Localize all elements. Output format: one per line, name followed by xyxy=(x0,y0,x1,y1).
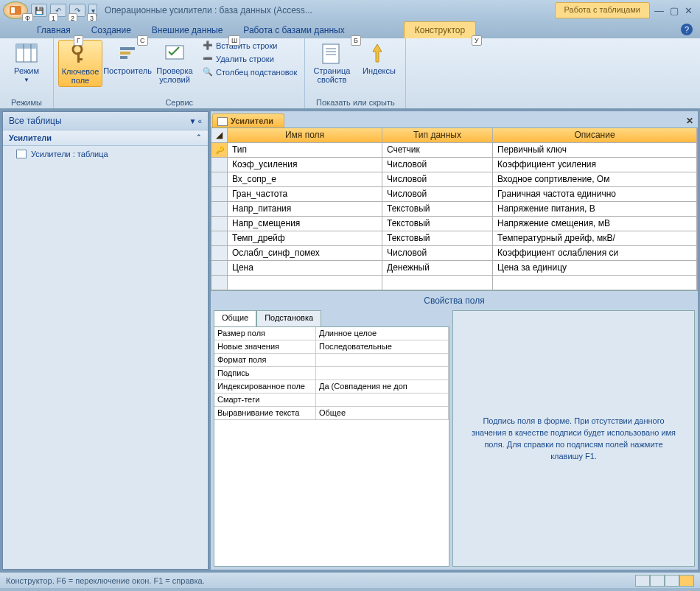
property-row[interactable]: Формат поля xyxy=(214,354,449,367)
doc-close-button[interactable]: ✕ xyxy=(682,114,698,127)
maximize-button[interactable]: ▢ xyxy=(670,5,679,16)
col-fieldname[interactable]: Имя поля xyxy=(228,128,382,143)
doc-tab[interactable]: Усилители xyxy=(212,113,284,127)
field-row[interactable]: Темп_дрейфТекстовыйТемпературный дрейф, … xyxy=(211,231,697,246)
property-row[interactable]: Подпись xyxy=(214,367,449,380)
tab-create[interactable]: Создание xyxy=(81,22,141,38)
description-cell[interactable]: Коэффициент усиления xyxy=(493,158,697,172)
description-cell[interactable]: Температурный дрейф, мкВ/ xyxy=(493,231,697,246)
property-row[interactable]: Индексированное полеДа (Совпадения не до… xyxy=(214,380,449,394)
description-cell[interactable]: Цена за единицу xyxy=(493,261,697,276)
col-description[interactable]: Описание xyxy=(493,128,697,143)
field-name-cell[interactable]: Цена xyxy=(228,261,382,276)
validation-button[interactable]: Проверка условий xyxy=(153,40,197,85)
field-name-cell[interactable]: Гран_частота xyxy=(228,187,382,202)
ribbon: Режим ▼ Режимы Ключевое поле Построитель… xyxy=(0,38,700,109)
property-row[interactable]: Размер поляДлинное целое xyxy=(214,327,449,340)
minimize-button[interactable]: — xyxy=(654,5,664,16)
svg-rect-8 xyxy=(77,58,83,60)
description-cell[interactable]: Входное сопртивление, Ом xyxy=(493,172,697,187)
indexes-button[interactable]: Индексы xyxy=(357,40,401,77)
field-row[interactable]: Коэф_усиленияЧисловойКоэффициент усилени… xyxy=(211,158,697,172)
row-selector[interactable] xyxy=(211,187,228,202)
row-selector[interactable] xyxy=(211,231,228,246)
property-sheet-button[interactable]: Страница свойств xyxy=(309,40,354,85)
tab-home[interactable]: Главная xyxy=(27,22,81,38)
pivot-table-view-button[interactable] xyxy=(650,575,665,587)
field-row[interactable]: Ослабл_синф_помехЧисловойКоэффициент осл… xyxy=(211,246,697,261)
prop-value[interactable]: Общее xyxy=(316,407,449,420)
insert-rows-button[interactable]: ➕Вставить строки xyxy=(200,40,300,52)
description-cell[interactable]: Первичный ключ xyxy=(493,143,697,158)
field-name-cell[interactable]: Тип xyxy=(228,143,382,158)
design-view-button[interactable] xyxy=(679,575,694,587)
nav-group[interactable]: Усилители ⌃ xyxy=(3,130,208,146)
view-mode-button[interactable]: Режим ▼ xyxy=(4,40,49,85)
data-type-cell[interactable]: Счетчик xyxy=(382,143,493,158)
field-row[interactable]: Напр_питанияТекстовыйНапряжение питания,… xyxy=(211,202,697,217)
data-type-cell[interactable]: Числовой xyxy=(382,187,493,202)
field-name-cell[interactable]: Темп_дрейф xyxy=(228,231,382,246)
close-button[interactable]: ✕ xyxy=(685,5,693,16)
field-row[interactable]: ЦенаДенежныйЦена за единицу xyxy=(211,261,697,276)
help-button[interactable]: ? xyxy=(681,24,693,35)
tab-design[interactable]: Конструктор xyxy=(404,21,476,38)
office-icon xyxy=(8,3,23,18)
field-name-cell[interactable]: Напр_питания xyxy=(228,202,382,217)
field-name-cell[interactable]: Коэф_усиления xyxy=(228,158,382,172)
row-selector[interactable] xyxy=(211,261,228,276)
data-type-cell[interactable]: Числовой xyxy=(382,158,493,172)
prop-tab-lookup[interactable]: Подстановка xyxy=(256,310,321,326)
prop-value[interactable]: Да (Совпадения не доп xyxy=(316,380,449,394)
field-name-cell[interactable]: Вх_сопр_е xyxy=(228,172,382,187)
data-type-cell[interactable]: Числовой xyxy=(382,172,493,187)
data-type-cell[interactable]: Текстовый xyxy=(382,217,493,231)
nav-header[interactable]: Все таблицы ▼« xyxy=(3,112,208,130)
prop-value[interactable] xyxy=(316,394,449,407)
row-selector[interactable]: 🔑 xyxy=(211,143,228,158)
prop-value[interactable]: Длинное целое xyxy=(316,327,449,340)
row-selector[interactable] xyxy=(211,172,228,187)
selector-header[interactable]: ◢ xyxy=(211,128,228,143)
window-controls: — ▢ ✕ xyxy=(650,5,697,16)
field-row[interactable]: Гран_частотаЧисловойГраничная частота ед… xyxy=(211,187,697,202)
field-row[interactable]: Напр_смещенияТекстовыйНапряжение смещени… xyxy=(211,217,697,231)
row-selector[interactable] xyxy=(211,246,228,261)
prop-value[interactable] xyxy=(316,354,449,367)
tab-database-tools[interactable]: Работа с базами данных xyxy=(233,22,354,38)
field-name-cell[interactable]: Напр_смещения xyxy=(228,217,382,231)
data-type-cell[interactable]: Текстовый xyxy=(382,202,493,217)
description-cell[interactable]: Коэффициент ослабления си xyxy=(493,246,697,261)
pivot-chart-view-button[interactable] xyxy=(665,575,679,587)
row-selector[interactable] xyxy=(211,217,228,231)
nav-item-table[interactable]: Усилители : таблица xyxy=(3,146,208,162)
field-row[interactable]: 🔑ТипСчетчикПервичный ключ xyxy=(211,143,697,158)
row-selector[interactable] xyxy=(211,202,228,217)
property-row[interactable]: Смарт-теги xyxy=(214,394,449,407)
delete-rows-button[interactable]: ➖Удалить строки xyxy=(200,53,300,65)
qat-save[interactable]: 💾 xyxy=(31,4,47,17)
property-row[interactable]: Выравнивание текстаОбщее xyxy=(214,407,449,420)
col-datatype[interactable]: Тип данных xyxy=(382,128,493,143)
prop-value[interactable]: Последовательные xyxy=(316,340,449,354)
nav-dropdown-icon[interactable]: ▼ xyxy=(189,117,197,125)
data-type-cell[interactable]: Числовой xyxy=(382,246,493,261)
lookup-column-button[interactable]: 🔍Столбец подстановок xyxy=(200,66,300,78)
description-cell[interactable]: Напряжение питания, В xyxy=(493,202,697,217)
property-hint: Подпись поля в форме. При отсутствии дан… xyxy=(452,310,695,567)
row-selector[interactable] xyxy=(211,158,228,172)
data-type-cell[interactable]: Денежный xyxy=(382,261,493,276)
prop-value[interactable] xyxy=(316,367,449,380)
property-tabs: Общие Подстановка xyxy=(214,310,449,326)
description-cell[interactable]: Граничная частота единично xyxy=(493,187,697,202)
data-type-cell[interactable]: Текстовый xyxy=(382,231,493,246)
field-row[interactable]: Вх_сопр_еЧисловойВходное сопртивление, О… xyxy=(211,172,697,187)
primary-key-button[interactable]: Ключевое поле xyxy=(58,40,102,87)
field-name-cell[interactable]: Ослабл_синф_помех xyxy=(228,246,382,261)
prop-tab-general[interactable]: Общие xyxy=(214,310,256,326)
description-cell[interactable]: Напряжение смещения, мВ xyxy=(493,217,697,231)
datasheet-view-button[interactable] xyxy=(635,575,650,587)
property-row[interactable]: Новые значенияПоследовательные xyxy=(214,340,449,354)
nav-collapse-icon[interactable]: « xyxy=(197,117,202,125)
tab-external-data[interactable]: Внешние данные xyxy=(141,22,234,38)
